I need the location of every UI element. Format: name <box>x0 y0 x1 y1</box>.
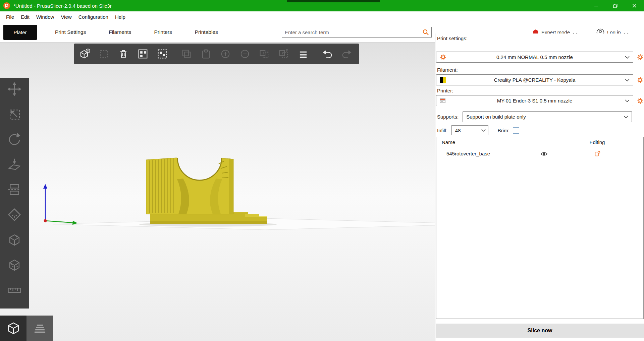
move-icon[interactable] <box>7 81 22 97</box>
filament-gear-button[interactable] <box>636 76 644 84</box>
printer-icon <box>440 98 446 104</box>
supports-value: Support on build plate only <box>463 114 632 120</box>
add-object-icon[interactable] <box>78 48 91 60</box>
3d-viewport[interactable]: oP <box>0 43 435 341</box>
close-icon <box>632 4 637 8</box>
delete-icon[interactable] <box>98 48 110 60</box>
split-parts-icon[interactable]: P <box>278 48 290 60</box>
search-box <box>282 27 432 38</box>
filament-color-swatch <box>440 77 446 83</box>
tab-filaments[interactable]: Filaments <box>97 29 143 35</box>
printer-label: Printer: <box>437 88 453 93</box>
arrange-bed-icon[interactable] <box>156 48 168 60</box>
menu-configuration[interactable]: Configuration <box>75 14 112 20</box>
prusaslicer-logo-icon <box>3 2 10 9</box>
filament-combo[interactable]: Creality PLA @CREALITY - Kopyala <box>436 74 633 85</box>
model-545rotoverter_base[interactable] <box>144 155 270 226</box>
print-settings-label: Print settings: <box>437 36 468 41</box>
add-instance-icon[interactable] <box>219 48 231 60</box>
object-list: Name Editing 545rotoverter_base <box>436 137 644 319</box>
tab-printers[interactable]: Printers <box>143 29 183 35</box>
gear-icon <box>440 54 446 61</box>
filament-label: Filament: <box>437 67 458 73</box>
gear-icon <box>637 54 644 61</box>
tab-plater[interactable]: Plater <box>3 25 37 40</box>
cut-icon[interactable] <box>7 182 22 197</box>
svg-text:o: o <box>267 49 269 53</box>
paint-supports-icon[interactable] <box>7 207 22 222</box>
arrange-icon[interactable] <box>137 48 149 60</box>
slice-now-button[interactable]: Slice now <box>436 324 644 338</box>
brim-checkbox[interactable] <box>513 127 519 134</box>
remove-instance-icon[interactable] <box>239 48 251 60</box>
seam-icon[interactable] <box>7 232 22 248</box>
menu-help[interactable]: Help <box>112 14 129 20</box>
search-input[interactable] <box>282 29 422 35</box>
printer-row: MY-01 Ender-3 S1 0.5 mm nozzle <box>436 95 644 106</box>
search-icon[interactable] <box>422 29 429 36</box>
visibility-eye-icon[interactable] <box>540 151 548 156</box>
menu-window[interactable]: Window <box>33 14 57 20</box>
brim-label: Brim: <box>498 128 509 133</box>
axes-gizmo <box>39 176 82 226</box>
restore-icon <box>613 4 618 8</box>
paste-icon[interactable] <box>200 48 212 60</box>
svg-text:P: P <box>286 49 288 53</box>
minimize-button[interactable] <box>587 0 606 11</box>
menu-bar: File Edit Window View Configuration Help <box>0 11 644 22</box>
supports-combo[interactable]: Support on build plate only <box>463 111 632 122</box>
fuzzy-skin-icon[interactable] <box>7 257 22 273</box>
column-divider <box>535 137 535 148</box>
copy-icon[interactable] <box>180 48 193 60</box>
column-header-editing: Editing <box>554 137 640 148</box>
infill-combo[interactable]: 48 <box>451 125 488 135</box>
tab-group: Print Settings Filaments Printers Printa… <box>44 22 229 42</box>
left-toolbar <box>0 78 29 309</box>
object-name: 545rotoverter_base <box>446 148 490 159</box>
printer-combo[interactable]: MY-01 Ender-3 S1 0.5 mm nozzle <box>436 95 633 106</box>
tab-printables[interactable]: Printables <box>183 29 229 35</box>
scale-icon[interactable] <box>7 107 22 122</box>
chevron-down-icon <box>625 79 630 81</box>
supports-row: Supports: Support on build plate only <box>437 111 632 122</box>
prusaslicer-window: *Untitled - PrusaSlicer-2.9.4 based on S… <box>0 0 644 341</box>
split-objects-icon[interactable]: o <box>258 48 270 60</box>
measure-icon[interactable] <box>7 282 22 298</box>
object-row[interactable]: 545rotoverter_base <box>436 148 643 159</box>
column-divider <box>554 137 554 148</box>
infill-brim-row: Infill: 48 Brim: <box>437 125 519 135</box>
chevron-down-icon <box>625 56 630 59</box>
right-sidebar: Print settings: 0.24 mm NORMAL 0.5 mm no… <box>435 33 644 341</box>
minimize-icon <box>594 4 598 8</box>
filament-row: Creality PLA @CREALITY - Kopyala <box>436 74 644 85</box>
menu-edit[interactable]: Edit <box>17 14 33 20</box>
layer-height-icon[interactable] <box>297 48 309 60</box>
printer-gear-button[interactable] <box>636 97 644 105</box>
restore-button[interactable] <box>606 0 625 11</box>
rotate-icon[interactable] <box>7 132 22 147</box>
print-settings-gear-button[interactable] <box>636 53 644 61</box>
undo-icon[interactable] <box>321 48 333 60</box>
delete-all-icon[interactable] <box>117 48 129 60</box>
supports-label: Supports: <box>437 114 459 120</box>
print-settings-combo[interactable]: 0.24 mm NORMAL 0.5 mm nozzle <box>436 52 633 63</box>
window-title: *Untitled - PrusaSlicer-2.9.4 based on S… <box>13 3 112 9</box>
gear-icon <box>637 97 644 104</box>
preview-layers-icon[interactable] <box>26 316 53 341</box>
tab-print-settings[interactable]: Print Settings <box>44 29 97 35</box>
infill-label: Infill: <box>437 128 447 133</box>
place-on-face-icon[interactable] <box>7 157 22 172</box>
redo-icon[interactable] <box>341 48 353 60</box>
editor-3d-icon[interactable] <box>0 316 26 341</box>
close-button[interactable] <box>625 0 644 11</box>
object-list-header: Name Editing <box>436 137 643 148</box>
chevron-down-icon <box>624 116 628 118</box>
view-mode-buttons <box>0 316 53 341</box>
menu-view[interactable]: View <box>57 14 75 20</box>
editing-icon[interactable] <box>554 151 640 157</box>
titlebar-dark-strip <box>287 0 380 2</box>
filament-value: Creality PLA @CREALITY - Kopyala <box>436 77 633 83</box>
menu-file[interactable]: File <box>3 14 17 20</box>
print-settings-row: 0.24 mm NORMAL 0.5 mm nozzle <box>436 52 644 63</box>
print-settings-value: 0.24 mm NORMAL 0.5 mm nozzle <box>436 54 633 60</box>
